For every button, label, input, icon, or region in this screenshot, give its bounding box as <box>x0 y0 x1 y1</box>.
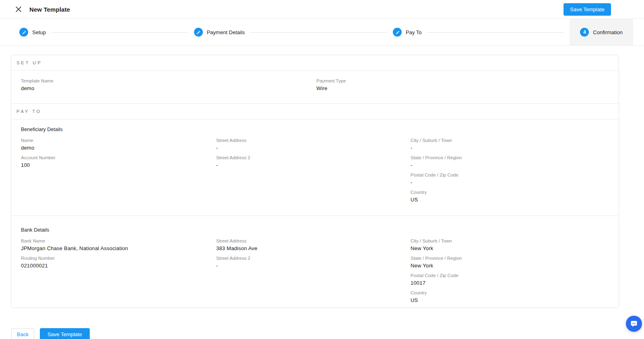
field-value: 100 <box>21 162 216 168</box>
beneficiary-details-block: Beneficiary Details Name demo Account Nu… <box>11 119 619 216</box>
field-label: State / Province / Region <box>411 256 609 261</box>
field-value: - <box>411 162 609 168</box>
step-label: Confirmation <box>593 29 623 35</box>
field-label: Country <box>411 290 609 295</box>
step-setup[interactable]: Setup <box>19 19 46 45</box>
field-label: City / Suburb / Town <box>411 238 609 243</box>
back-button[interactable]: Back <box>11 328 34 339</box>
field-label: Postal Code / Zip Code <box>411 273 609 278</box>
field-label: Bank Name <box>21 238 216 243</box>
pay-to-section-heading-row: PAY TO <box>11 104 619 119</box>
chat-icon <box>630 320 638 328</box>
field-value: JPMorgan Chase Bank, National Associatio… <box>21 245 216 251</box>
save-template-button-top[interactable]: Save Template <box>564 3 611 16</box>
field-bank-city: City / Suburb / Town New York <box>411 238 609 251</box>
field-value: New York <box>411 245 609 251</box>
field-value: - <box>411 179 609 185</box>
field-beneficiary-postal-code: Postal Code / Zip Code - <box>411 173 609 185</box>
field-label: Street Address 2 <box>216 256 411 261</box>
step-label: Pay To <box>406 29 422 35</box>
stepper-connector <box>52 32 188 33</box>
field-value: US <box>411 197 609 203</box>
page-title: New Template <box>29 6 70 13</box>
field-beneficiary-street-address-2: Street Address 2 - <box>216 155 411 168</box>
chat-launcher-button[interactable] <box>626 316 642 332</box>
field-value: 10017 <box>411 280 609 286</box>
step-label: Payment Details <box>207 29 245 35</box>
field-label: Template Name <box>21 78 316 83</box>
field-beneficiary-state: State / Province / Region - <box>411 155 609 168</box>
step-payment-details[interactable]: Payment Details <box>194 19 245 45</box>
step-label: Setup <box>32 29 46 35</box>
stepper: Setup Payment Details Pay To 4 Confirmat… <box>0 19 644 46</box>
field-value: demo <box>21 145 216 151</box>
field-label: Payment Type <box>316 78 609 83</box>
bank-details-block: Bank Details Bank Name JPMorgan Chase Ba… <box>11 216 619 308</box>
field-beneficiary-country: Country US <box>411 190 609 203</box>
field-label: Street Address 2 <box>216 155 411 160</box>
confirmation-summary-card: SET UP Template Name demo Payment Type W… <box>11 55 619 308</box>
pay-to-section-heading: PAY TO <box>17 109 41 114</box>
field-label: Country <box>411 190 609 195</box>
field-value: demo <box>21 85 316 91</box>
field-label: City / Suburb / Town <box>411 138 609 143</box>
field-value: 021000021 <box>21 263 216 269</box>
field-label: Street Address <box>216 238 411 243</box>
field-label: Account Number <box>21 155 216 160</box>
field-value: - <box>216 162 411 168</box>
setup-section-content: Template Name demo Payment Type Wire <box>11 71 619 104</box>
step-number-badge: 4 <box>580 28 589 37</box>
field-value: 383 Madison Ave <box>216 245 411 251</box>
field-value: New York <box>411 263 609 269</box>
field-bank-postal-code: Postal Code / Zip Code 10017 <box>411 273 609 286</box>
stepper-connector <box>427 32 564 33</box>
field-routing-number: Routing Number 021000021 <box>21 256 216 269</box>
field-value: US <box>411 297 609 303</box>
field-value: - <box>216 145 411 151</box>
stepper-connector <box>250 32 387 33</box>
bank-details-title: Bank Details <box>21 227 609 233</box>
field-bank-state: State / Province / Region New York <box>411 256 609 269</box>
field-account-number: Account Number 100 <box>21 155 216 168</box>
step-confirmation[interactable]: 4 Confirmation <box>570 19 633 45</box>
close-icon[interactable] <box>14 5 23 13</box>
top-bar: New Template Save Template <box>0 0 644 19</box>
field-beneficiary-street-address: Street Address - <box>216 138 411 151</box>
field-template-name: Template Name demo <box>21 78 316 99</box>
pencil-icon <box>19 28 28 37</box>
field-label: Street Address <box>216 138 411 143</box>
field-bank-country: Country US <box>411 290 609 303</box>
field-bank-street-address: Street Address 383 Madison Ave <box>216 238 411 251</box>
step-pay-to[interactable]: Pay To <box>393 19 422 45</box>
field-bank-name: Bank Name JPMorgan Chase Bank, National … <box>21 238 216 251</box>
field-beneficiary-name: Name demo <box>21 138 216 151</box>
pencil-icon <box>194 28 203 37</box>
field-label: Name <box>21 138 216 143</box>
beneficiary-details-title: Beneficiary Details <box>21 127 609 132</box>
setup-section-heading-row: SET UP <box>11 55 619 71</box>
field-label: Routing Number <box>21 256 216 261</box>
field-bank-street-address-2: Street Address 2 - <box>216 256 411 269</box>
field-label: Postal Code / Zip Code <box>411 173 609 177</box>
field-beneficiary-city: City / Suburb / Town - <box>411 138 609 151</box>
save-template-button-bottom[interactable]: Save Template <box>40 328 90 339</box>
field-label: State / Province / Region <box>411 155 609 160</box>
field-value: - <box>411 145 609 151</box>
field-payment-type: Payment Type Wire <box>316 78 609 99</box>
setup-section-heading: SET UP <box>17 60 42 65</box>
field-value: - <box>216 263 411 269</box>
field-value: Wire <box>316 85 609 91</box>
pencil-icon <box>393 28 402 37</box>
footer-actions: Back Save Template <box>11 328 644 339</box>
